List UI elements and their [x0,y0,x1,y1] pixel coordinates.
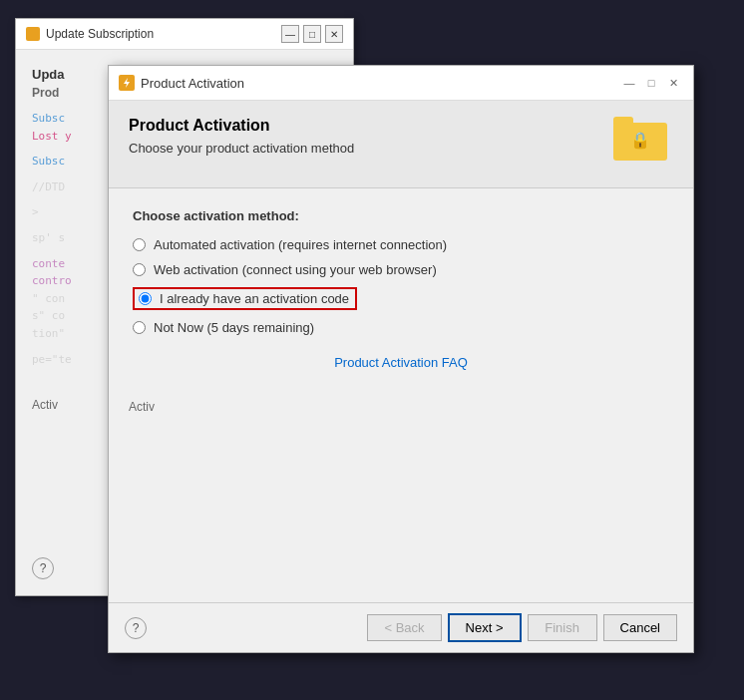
pa-title-text: Product Activation [141,76,244,91]
update-sub-close-btn[interactable]: ✕ [325,25,343,43]
back-button[interactable]: < Back [367,614,441,641]
svg-marker-0 [124,78,130,88]
radio-code[interactable] [139,292,152,305]
pa-maximize-btn[interactable]: □ [641,73,661,93]
product-activation-dialog: Product Activation — □ ✕ Product Activat… [108,65,694,653]
faq-link[interactable]: Product Activation FAQ [133,355,669,370]
pa-help-btn[interactable]: ? [125,617,147,639]
folder-lock-icon: 🔒 [630,129,650,151]
radio-automated[interactable] [133,238,146,251]
update-sub-help-icon[interactable]: ? [32,557,54,579]
pa-header-title: Product Activation [129,117,354,135]
folder-body: 🔒 [613,123,667,161]
pa-titlebar-controls[interactable]: — □ ✕ [619,73,683,93]
radio-option-code: I already have an activation code [133,287,669,310]
radio-web[interactable] [133,263,146,276]
radio-option-automated: Automated activation (requires internet … [133,237,669,252]
activ-footer-label: Activ [129,400,155,414]
pa-bottom-right: < Back Next > Finish Cancel [367,613,677,642]
radio-code-highlight: I already have an activation code [133,287,357,310]
pa-close-btn[interactable]: ✕ [663,73,683,93]
radio-web-label[interactable]: Web activation (connect using your web b… [154,262,437,277]
cancel-button[interactable]: Cancel [603,614,677,641]
update-sub-titlebar-controls: — □ ✕ [281,25,343,43]
update-sub-titlebar-left: Update Subscription [26,27,154,41]
update-sub-maximize-btn[interactable]: □ [303,25,321,43]
radio-option-notnow: Not Now (5 days remaining) [133,320,669,335]
update-sub-prod-label: Upda [32,67,65,82]
lightning-svg [121,77,133,89]
pa-header-subtitle: Choose your product activation method [129,141,354,156]
pa-minimize-btn[interactable]: — [619,73,639,93]
radio-automated-label[interactable]: Automated activation (requires internet … [154,237,447,252]
pa-header-text: Product Activation Choose your product a… [129,117,354,156]
update-sub-help-btn[interactable]: ? [32,557,54,579]
finish-button[interactable]: Finish [528,614,597,641]
radio-option-web: Web activation (connect using your web b… [133,262,669,277]
pa-header-icon: 🔒 [613,117,673,172]
pa-body: Choose activation method: Automated acti… [109,188,693,390]
update-sub-title-text: Update Subscription [46,27,154,41]
pa-header: Product Activation Choose your product a… [109,101,693,188]
pa-bottom-left: ? [125,617,147,639]
update-sub-titlebar: Update Subscription — □ ✕ [16,19,353,50]
update-sub-titlebar-icon [26,27,40,41]
radio-code-label[interactable]: I already have an activation code [160,291,349,306]
pa-bottom-bar: ? < Back Next > Finish Cancel [109,602,693,652]
pa-section-title: Choose activation method: [133,208,669,223]
pa-titlebar: Product Activation — □ ✕ [109,66,693,101]
pa-titlebar-left: Product Activation [119,75,244,91]
next-button[interactable]: Next > [448,613,522,642]
pa-titlebar-icon [119,75,135,91]
update-sub-minimize-btn[interactable]: — [281,25,299,43]
folder-icon: 🔒 [613,117,667,161]
pa-footer-area: Activ [109,390,693,424]
radio-notnow[interactable] [133,321,146,334]
radio-notnow-label[interactable]: Not Now (5 days remaining) [154,320,314,335]
